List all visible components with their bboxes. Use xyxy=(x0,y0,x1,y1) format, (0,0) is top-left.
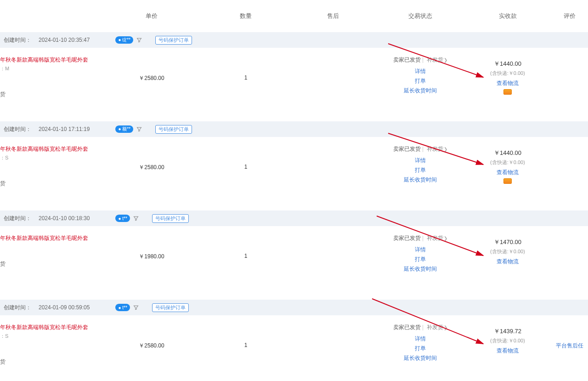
payment-cell: ￥1440.00 (含快递:￥0.00) 查看物流 xyxy=(464,56,551,112)
print-link[interactable]: 打单 xyxy=(377,256,464,263)
status-cell: 卖家已发货 | 补发货❯ 详情 打单 延长收货时间 xyxy=(377,234,464,290)
qty-cell: 1 xyxy=(202,234,289,290)
product-extra: 货 xyxy=(0,180,101,188)
reship-link[interactable]: 补发货❯ xyxy=(427,324,447,330)
chevron-right-icon: ❯ xyxy=(444,325,447,330)
price-cell: ￥2580.00 xyxy=(101,56,202,112)
buyer-group: ● 额** xyxy=(115,125,142,133)
order-body: 年秋冬新款高端韩版宽松羊毛呢外套 ：M 货 ￥2580.00 1 卖家已发货 |… xyxy=(0,48,588,121)
status-shipped-line: 卖家已发货 | 补发货❯ xyxy=(377,56,464,64)
detail-link[interactable]: 详情 xyxy=(377,335,464,343)
buyer-badge[interactable]: ● 额** xyxy=(115,125,133,133)
created-label: 创建时间： xyxy=(4,125,31,133)
reship-link[interactable]: 补发货❯ xyxy=(427,235,447,241)
product-cell: 年秋冬新款高端韩版宽松羊毛呢外套 货 xyxy=(0,234,101,290)
buyer-group: ● t** xyxy=(115,215,139,222)
column-headers: 单价 数量 售后 交易状态 实收款 评价 xyxy=(0,0,588,32)
buyer-group: ● 绽** xyxy=(115,36,142,44)
aftersale-cell xyxy=(289,234,377,290)
product-title[interactable]: 年秋冬新款高端韩版宽松羊毛呢外套 xyxy=(0,145,101,153)
qty-cell: 1 xyxy=(202,145,289,201)
pay-amount: ￥1439.72 xyxy=(464,327,551,336)
view-logistics-link[interactable]: 查看物流 xyxy=(464,347,551,355)
review-cell[interactable] xyxy=(551,56,588,112)
order-header-bar: 创建时间： 2024-01-10 20:35:47 ● 绽** 号码保护订单 xyxy=(0,32,588,48)
detail-link[interactable]: 详情 xyxy=(377,68,464,75)
pay-amount: ￥1470.00 xyxy=(464,238,551,246)
order-block: 创建时间： 2024-01-10 00:18:30 ● t** 号码保护订单 年… xyxy=(0,210,588,300)
aftersale-cell xyxy=(289,56,377,112)
buyer-group: ● t** xyxy=(115,304,139,311)
product-extra: 货 xyxy=(0,91,101,98)
filter-icon[interactable] xyxy=(133,304,139,311)
status-cell: 卖家已发货 | 补发货❯ 详情 打单 延长收货时间 xyxy=(377,145,464,201)
product-title[interactable]: 年秋冬新款高端韩版宽松羊毛呢外套 xyxy=(0,234,101,242)
extend-link[interactable]: 延长收货时间 xyxy=(377,354,464,362)
status-shipped-line: 卖家已发货 | 补发货❯ xyxy=(377,324,464,331)
view-logistics-link[interactable]: 查看物流 xyxy=(464,169,551,176)
product-title[interactable]: 年秋冬新款高端韩版宽松羊毛呢外套 xyxy=(0,324,101,331)
pay-shipping: (含快递:￥0.00) xyxy=(464,337,551,344)
status-shipped-line: 卖家已发货 | 补发货❯ xyxy=(377,145,464,153)
col-qty: 数量 xyxy=(202,12,289,20)
price-cell: ￥1980.00 xyxy=(101,234,202,290)
payment-cell: ￥1439.72 (含快递:￥0.00) 查看物流 xyxy=(464,324,551,380)
col-price: 单价 xyxy=(101,12,202,20)
col-aftersale: 售后 xyxy=(289,12,377,20)
view-logistics-link[interactable]: 查看物流 xyxy=(464,80,551,87)
view-logistics-link[interactable]: 查看物流 xyxy=(464,258,551,266)
buyer-badge[interactable]: ● t** xyxy=(115,215,130,222)
review-cell[interactable] xyxy=(551,145,588,201)
order-header-bar: 创建时间： 2024-01-10 17:11:19 ● 额** 号码保护订单 xyxy=(0,121,588,137)
pay-amount: ￥1440.00 xyxy=(464,149,551,157)
product-title[interactable]: 年秋冬新款高端韩版宽松羊毛呢外套 xyxy=(0,56,101,63)
pay-shipping: (含快递:￥0.00) xyxy=(464,70,551,77)
status-shipped: 卖家已发货 xyxy=(393,146,421,152)
filter-icon[interactable] xyxy=(136,37,142,43)
payment-card-icon[interactable] xyxy=(503,178,512,184)
col-review: 评价 xyxy=(551,12,588,20)
order-body: 年秋冬新款高端韩版宽松羊毛呢外套 ：S 货 ￥2580.00 1 卖家已发货 |… xyxy=(0,315,588,381)
phone-protect-tag: 号码保护订单 xyxy=(155,36,192,45)
review-cell[interactable] xyxy=(551,234,588,290)
col-status: 交易状态 xyxy=(377,12,464,20)
phone-protect-tag: 号码保护订单 xyxy=(155,125,192,134)
payment-card-icon[interactable] xyxy=(503,89,512,95)
buyer-badge[interactable]: ● t** xyxy=(115,304,130,311)
product-sku: ：S xyxy=(0,154,101,161)
status-shipped: 卖家已发货 xyxy=(393,57,421,63)
detail-link[interactable]: 详情 xyxy=(377,157,464,165)
product-cell: 年秋冬新款高端韩版宽松羊毛呢外套 ：S 货 xyxy=(0,145,101,201)
review-cell[interactable]: 平台售后任 xyxy=(551,324,588,380)
extend-link[interactable]: 延长收货时间 xyxy=(377,87,464,95)
aftersale-cell xyxy=(289,324,377,380)
created-label: 创建时间： xyxy=(4,215,31,222)
filter-icon[interactable] xyxy=(136,126,142,132)
reship-link[interactable]: 补发货❯ xyxy=(427,146,447,152)
print-link[interactable]: 打单 xyxy=(377,77,464,85)
reship-link[interactable]: 补发货❯ xyxy=(427,57,447,63)
extend-link[interactable]: 延长收货时间 xyxy=(377,265,464,273)
print-link[interactable]: 打单 xyxy=(377,166,464,174)
payment-cell: ￥1440.00 (含快递:￥0.00) 查看物流 xyxy=(464,145,551,201)
price-cell: ￥2580.00 xyxy=(101,324,202,380)
product-cell: 年秋冬新款高端韩版宽松羊毛呢外套 ：S 货 xyxy=(0,324,101,380)
buyer-badge[interactable]: ● 绽** xyxy=(115,36,133,44)
status-cell: 卖家已发货 | 补发货❯ 详情 打单 延长收货时间 xyxy=(377,56,464,112)
status-shipped: 卖家已发货 xyxy=(393,324,421,330)
order-block: 创建时间： 2024-01-10 17:11:19 ● 额** 号码保护订单 年… xyxy=(0,121,588,210)
print-link[interactable]: 打单 xyxy=(377,345,464,353)
qty-cell: 1 xyxy=(202,56,289,112)
order-block: 创建时间： 2024-01-10 20:35:47 ● 绽** 号码保护订单 年… xyxy=(0,32,588,121)
detail-link[interactable]: 详情 xyxy=(377,246,464,254)
created-label: 创建时间： xyxy=(4,304,31,312)
created-time: 2024-01-10 17:11:19 xyxy=(39,126,90,132)
pay-shipping: (含快递:￥0.00) xyxy=(464,159,551,166)
created-time: 2024-01-09 00:59:05 xyxy=(39,304,90,311)
filter-icon[interactable] xyxy=(133,215,139,222)
extend-link[interactable]: 延长收货时间 xyxy=(377,176,464,184)
created-time: 2024-01-10 00:18:30 xyxy=(39,215,90,222)
product-extra: 货 xyxy=(0,358,101,366)
created-label: 创建时间： xyxy=(4,36,31,44)
chevron-right-icon: ❯ xyxy=(444,57,447,63)
